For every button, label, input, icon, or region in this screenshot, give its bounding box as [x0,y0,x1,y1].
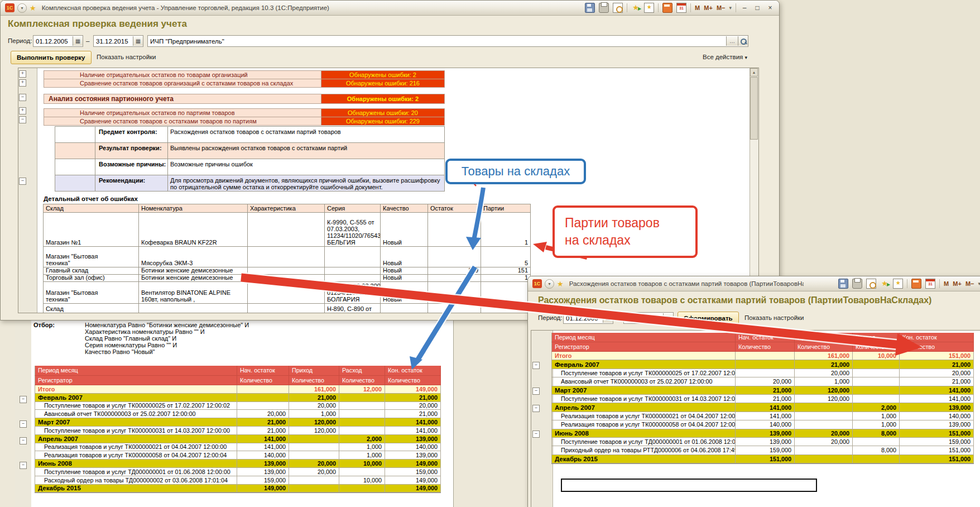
print-icon[interactable] [599,3,609,13]
tree-collapse-button[interactable]: − [20,437,27,444]
show-settings-button[interactable]: Показать настройки [97,54,156,60]
choose-button[interactable]: … [726,36,738,46]
print-icon[interactable] [852,279,862,289]
report-row[interactable]: Март 2007 21,000 120,000 141,000 [551,386,974,395]
memory-m-button[interactable]: M [695,4,700,11]
report-row[interactable]: Реализация товаров и услуг ТК000000021 о… [35,443,441,452]
calculator-icon[interactable] [662,3,672,13]
memory-m-plus-button[interactable]: M+ [953,280,962,287]
add-favorite-icon[interactable]: ★▶ [880,279,889,288]
report-row[interactable]: Поступление товаров и услуг ТК000000025 … [551,369,974,377]
calculator-icon[interactable] [911,279,921,289]
date-picker-icon[interactable]: ▦ [133,36,143,46]
calendar-icon[interactable]: 31 [925,279,935,289]
check-row[interactable]: Наличие отрицательных остатков по товара… [44,70,445,79]
report-row[interactable]: Апрель 2007 141,000 2,000 139,000 [551,403,974,412]
report-row[interactable]: Поступление товаров и услуг ТК000000025 … [35,402,441,410]
period-from-field[interactable]: 01.12.2005 ▦ [563,312,613,324]
report-row[interactable]: Февраль 2007 21,000 21,000 [35,394,441,402]
report-row[interactable]: Поступление товаров и услуг ТК000000031 … [35,427,441,435]
report-row[interactable]: Реализация товаров и услуг ТК000000021 о… [551,412,974,420]
period-to-field[interactable]: 31.12.2015 ▦ [93,35,143,47]
all-actions-button[interactable]: Все действия ▾ [703,54,747,60]
add-favorite-icon[interactable]: ★▶ [631,3,640,12]
report-row[interactable]: Приходный ордер на товары РТТД0000006 от… [551,446,974,455]
errors-badge: Обнаружены ошибки: 216 [321,79,445,88]
search-icon[interactable] [738,36,748,46]
tree-expand-button[interactable]: + [19,79,26,87]
tree-expand-button[interactable]: + [19,70,26,78]
tree-collapse-button[interactable]: − [532,388,540,395]
report-row[interactable]: Март 2007 21,000 120,000 141,000 [35,418,441,427]
detail-row[interactable]: Магазин №1 Кофеварка BRAUN KF22R К-9990,… [44,213,531,247]
show-settings-button[interactable]: Показать настройки [744,314,804,321]
period-to-field[interactable]: 31.12.2015 ▦ [623,312,674,324]
print-preview-icon[interactable] [866,279,876,289]
tree-collapse-button[interactable]: − [20,420,27,428]
favorites-star-icon[interactable]: ★ [30,4,36,12]
more-tools-icon[interactable]: ▾ [729,5,732,11]
report-row[interactable]: Авансовый отчет ТК000000003 от 25.02.200… [35,410,441,418]
check-row[interactable]: Наличие отрицательных остатков по партия… [44,108,445,117]
detail-row[interactable]: Магазин "Бытовая техника" Мясорубка ЭКМ-… [44,247,531,267]
date-picker-icon[interactable]: ▦ [603,313,613,323]
report-row[interactable]: Поступление товаров и услуг ТК000000031 … [551,395,974,403]
tree-expand-button[interactable]: + [19,107,26,114]
system-menu-icon[interactable]: ▾ [545,279,554,289]
scroll-up-icon[interactable]: ▲ [750,68,758,76]
report-row[interactable]: Июнь 2008 139,000 20,000 8,000 151,000 [551,429,974,438]
report-row[interactable]: Апрель 2007 141,000 2,000 139,000 [35,435,441,443]
footer-cell[interactable] [561,479,817,492]
detail-row[interactable]: Склад Н-890, С-890 от [44,304,531,313]
favorites-page-icon[interactable]: ★ [644,3,654,13]
report-row[interactable]: Реализация товаров и услуг ТК000000058 о… [35,451,441,460]
tree-collapse-button[interactable]: − [19,116,26,123]
report-row[interactable]: Поступление товаров и услуг ТД000000001 … [35,468,441,476]
report-row[interactable]: Декабрь 2015 151,000 151,000 [551,455,974,463]
save-icon[interactable] [838,279,848,289]
date-picker-icon[interactable]: ▦ [73,36,83,46]
period-from-field[interactable]: 01.12.2005 ▦ [33,35,83,47]
date-picker-icon[interactable]: ▦ [663,313,673,323]
favorites-star-icon[interactable]: ★ [557,280,564,288]
report-row[interactable]: Итого 161,000 12,000 149,000 [35,385,441,394]
generate-button[interactable]: Сформировать [678,312,739,325]
report-row[interactable]: Июнь 2008 139,000 20,000 10,000 149,000 [35,460,441,468]
report-row[interactable]: Декабрь 2015 149,000 149,000 [35,485,441,493]
more-tools-icon[interactable]: ▾ [978,281,980,286]
scrollbar-thumb[interactable] [750,77,758,140]
run-check-button[interactable]: Выполнить проверку [11,51,92,64]
report-row[interactable]: Расходный ордер на товары ТД000000002 от… [35,476,441,485]
calendar-icon[interactable]: 31 [676,3,686,13]
detail-row[interactable]: Магазин "Бытовая техника" Вентилятор BIN… [44,282,531,304]
check-row[interactable]: Сравнение остатков товаров с остатками т… [44,117,445,126]
report-row[interactable]: Февраль 2007 21,000 21,000 [551,360,974,369]
maximize-button[interactable]: □ [753,4,762,12]
save-icon[interactable] [585,3,595,13]
minimize-button[interactable]: – [740,4,749,12]
errors-badge: Обнаружены ошибки: 2 [321,70,445,79]
tree-collapse-button[interactable]: − [19,178,26,185]
system-menu-icon[interactable]: ▾ [17,3,27,13]
report-row[interactable]: Поступление товаров и услуг ТД000000001 … [551,438,974,446]
tree-collapse-button[interactable]: − [532,405,540,412]
favorites-page-icon[interactable]: ★ [893,279,903,289]
report-row[interactable]: Авансовый отчет ТК000000003 от 25.02.200… [551,377,974,386]
section-row[interactable]: Анализ состояния партионного учета Обнар… [44,94,445,104]
tree-collapse-button[interactable]: − [20,462,27,469]
tree-collapse-button[interactable]: − [532,431,540,438]
check-row[interactable]: Сравнение остатков товаров организаций с… [44,79,445,88]
close-button[interactable]: × [766,4,775,12]
report-row[interactable]: Итого 161,000 10,000 151,000 [551,352,974,360]
print-preview-icon[interactable] [613,3,623,13]
tree-collapse-button[interactable]: − [19,94,26,101]
memory-m-button[interactable]: M [944,280,949,287]
memory-m-minus-button[interactable]: M− [965,280,974,287]
memory-m-plus-button[interactable]: M+ [704,4,713,11]
report-row[interactable]: Реализация товаров и услуг ТК000000058 о… [551,420,974,429]
toolbar-separator [939,279,940,288]
tree-collapse-button[interactable]: − [532,362,540,369]
organization-field[interactable]: ИЧП "Предприниматель" … [147,35,748,47]
memory-m-minus-button[interactable]: M− [717,4,726,11]
tree-collapse-button[interactable]: − [20,396,27,403]
